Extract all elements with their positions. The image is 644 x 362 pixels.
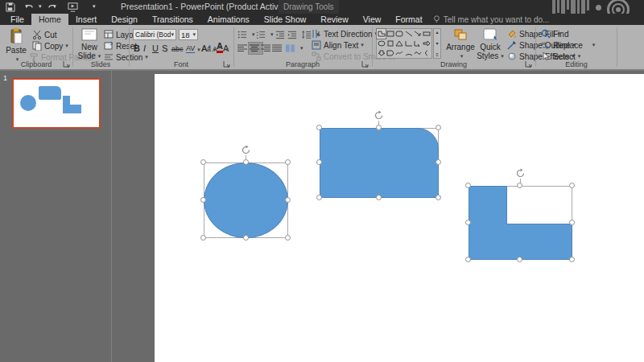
tell-me-box[interactable]: Tell me what you want to do... — [433, 14, 550, 25]
shape-thin-rectangle-icon[interactable] — [423, 29, 431, 39]
resize-handle[interactable] — [569, 183, 575, 188]
cut-button[interactable]: Cut — [32, 30, 57, 39]
resize-handle[interactable] — [465, 220, 471, 225]
paste-button[interactable]: Paste ▾ — [5, 28, 27, 64]
resize-handle[interactable] — [243, 159, 249, 165]
tab-review[interactable]: Review — [313, 14, 355, 25]
tab-animations[interactable]: Animations — [200, 14, 257, 25]
shape-gallery[interactable] — [376, 28, 432, 59]
resize-handle[interactable] — [436, 159, 441, 165]
bullets-button[interactable]: ▾ — [237, 30, 255, 39]
resize-handle[interactable] — [465, 257, 471, 262]
shape-freeform-icon[interactable] — [395, 48, 404, 58]
gallery-scroll-down-icon[interactable]: ▾ — [436, 41, 438, 46]
justify-button[interactable] — [272, 43, 284, 53]
resize-handle[interactable] — [285, 197, 291, 203]
resize-handle[interactable] — [200, 197, 206, 203]
resize-handle[interactable] — [569, 257, 575, 262]
italic-button[interactable]: I — [143, 42, 146, 53]
resize-handle[interactable] — [316, 195, 322, 200]
shape-corner-icon[interactable] — [377, 29, 386, 39]
gallery-scroll-up-icon[interactable]: ▴ — [436, 30, 438, 35]
resize-handle[interactable] — [436, 125, 441, 130]
increase-indent-button[interactable] — [287, 30, 299, 39]
new-slide-button[interactable]: New Slide▾ — [76, 28, 102, 60]
corner-shape-rotate-handle[interactable] — [515, 168, 526, 179]
save-icon[interactable] — [5, 2, 15, 12]
resize-handle[interactable] — [436, 195, 441, 200]
bold-button[interactable]: B — [134, 42, 140, 53]
undo-icon[interactable] — [24, 2, 35, 12]
decrease-indent-button[interactable] — [275, 30, 287, 39]
tab-insert[interactable]: Insert — [68, 14, 104, 25]
oval-shape[interactable] — [204, 162, 288, 238]
resize-handle[interactable] — [243, 235, 249, 241]
shape-line-icon[interactable] — [404, 29, 413, 39]
shape-elbow-icon[interactable] — [404, 39, 413, 48]
underline-button[interactable]: U — [152, 42, 159, 53]
shape-brace-icon[interactable] — [423, 48, 431, 58]
copy-dropdown-icon[interactable]: ▾ — [65, 43, 68, 49]
tab-format[interactable]: Format — [388, 14, 429, 25]
shape-rounded-rectangle-icon[interactable] — [395, 29, 404, 39]
strikethrough-button[interactable]: abc — [171, 42, 184, 53]
resize-handle[interactable] — [200, 235, 206, 241]
font-dialog-launcher[interactable] — [223, 60, 230, 68]
tab-home[interactable]: Home — [31, 14, 68, 25]
oval-rotate-handle[interactable] — [241, 145, 251, 155]
font-name-combo[interactable]: Calibri (Body) ▾ — [133, 29, 176, 40]
text-direction-button[interactable]: Text Direction ▾ — [312, 29, 378, 39]
shape-elbow-arrow-icon[interactable] — [413, 39, 422, 48]
character-spacing-button[interactable]: AV▾ — [186, 42, 200, 53]
tab-view[interactable]: View — [356, 14, 389, 25]
arrange-button[interactable]: Arrange ▾ — [445, 28, 476, 60]
align-right-button[interactable] — [261, 43, 273, 53]
shape-rectangle-icon[interactable] — [386, 29, 394, 39]
resize-handle[interactable] — [569, 220, 575, 225]
tab-design[interactable]: Design — [104, 14, 145, 25]
resize-handle[interactable] — [376, 125, 382, 130]
gallery-scrollbar[interactable]: ▴ ▾ ≡ — [433, 28, 441, 59]
shape-arrow-icon[interactable] — [413, 29, 422, 39]
find-button[interactable]: Find — [541, 29, 568, 39]
drawing-dialog-launcher[interactable] — [525, 60, 532, 68]
resize-handle[interactable] — [376, 195, 382, 200]
resize-handle[interactable] — [200, 159, 206, 165]
qat-customize-icon[interactable]: ▾ — [93, 3, 96, 10]
slide-thumbnail-1[interactable] — [12, 78, 101, 129]
panel-divider[interactable] — [111, 71, 112, 362]
align-text-button[interactable]: Align Text ▾ — [312, 40, 364, 50]
tab-slideshow[interactable]: Slide Show — [257, 14, 314, 25]
shape-pentagon-icon[interactable] — [386, 48, 394, 58]
shape-oval-icon[interactable] — [377, 39, 386, 48]
shape-block-arrow-icon[interactable] — [423, 39, 431, 48]
change-case-button[interactable]: Aa▾ — [202, 42, 217, 53]
resize-handle[interactable] — [465, 183, 471, 188]
quick-styles-button[interactable]: Quick Styles▾ — [476, 28, 505, 60]
gallery-more-icon[interactable]: ≡ — [436, 52, 439, 57]
undo-dropdown-icon[interactable]: ▾ — [39, 3, 42, 10]
resize-handle[interactable] — [316, 125, 322, 130]
rounded-rectangle-shape[interactable] — [320, 128, 439, 198]
new-slide-dropdown-icon[interactable]: ▾ — [98, 51, 101, 60]
copy-button[interactable]: Copy ▾ — [32, 41, 68, 51]
shape-square-icon[interactable] — [386, 39, 394, 48]
clipboard-dialog-launcher[interactable] — [63, 60, 70, 68]
corner-shape[interactable] — [469, 186, 572, 260]
replace-button[interactable]: ab Replace ▾ — [541, 40, 595, 50]
tab-transitions[interactable]: Transitions — [145, 14, 200, 25]
start-slideshow-icon[interactable] — [68, 2, 78, 12]
shadow-button[interactable]: S — [162, 42, 167, 53]
resize-handle[interactable] — [285, 235, 291, 241]
numbering-button[interactable]: ▾ — [256, 30, 274, 39]
rounded-rect-rotate-handle[interactable] — [374, 110, 384, 121]
shape-triangle-icon[interactable] — [395, 39, 404, 48]
shape-down-arrow-icon[interactable] — [377, 48, 386, 58]
tab-file[interactable]: File — [3, 14, 31, 25]
resize-handle[interactable] — [517, 183, 522, 188]
font-color-button[interactable]: A▾ — [217, 42, 228, 53]
font-size-combo[interactable]: 18 ▾ — [179, 29, 198, 40]
columns-button[interactable]: ▾ — [286, 43, 303, 53]
resize-handle[interactable] — [285, 159, 291, 165]
resize-handle[interactable] — [517, 257, 522, 262]
